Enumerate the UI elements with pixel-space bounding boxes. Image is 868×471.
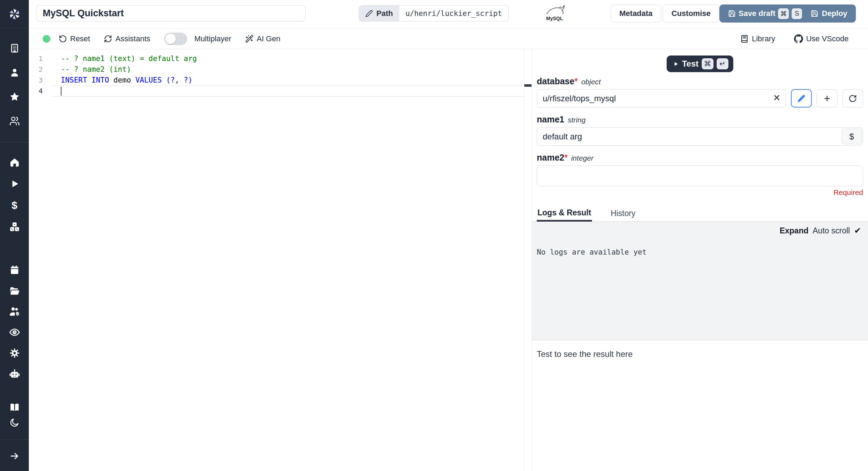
svg-text:MySQL: MySQL bbox=[546, 16, 563, 21]
topbar: Path u/henri/luckier_script MySQL Metada… bbox=[29, 0, 868, 28]
line-number: 3 bbox=[29, 75, 43, 86]
database-resource-input[interactable] bbox=[537, 89, 786, 108]
book-open-icon[interactable] bbox=[9, 401, 20, 413]
save-draft-button[interactable]: Save draft ⌘ S bbox=[719, 5, 811, 23]
building-icon[interactable] bbox=[9, 42, 20, 54]
args-form: database* object ✕ + bbox=[532, 72, 868, 197]
autoscroll-check-icon[interactable]: ✔ bbox=[854, 226, 861, 236]
sidebar-divider-bottom bbox=[0, 439, 29, 440]
play-icon[interactable] bbox=[9, 178, 20, 190]
gear-icon[interactable] bbox=[9, 347, 20, 359]
logs-area: Expand Auto scroll ✔ No logs are availab… bbox=[532, 222, 868, 340]
multiplayer-toggle-group: Multiplayer bbox=[164, 33, 231, 45]
multiplayer-label: Multiplayer bbox=[194, 34, 231, 43]
field-name: name2 bbox=[537, 153, 564, 162]
code-editor[interactable]: 1 -- ? name1 (text) = default arg 2 -- ?… bbox=[29, 49, 524, 471]
play-icon bbox=[673, 61, 679, 67]
sql-keyword: INSERT INTO bbox=[61, 76, 109, 84]
test-button[interactable]: Test ⌘ ↵ bbox=[667, 55, 733, 72]
reset-button[interactable]: Reset bbox=[59, 34, 90, 43]
field-type: integer bbox=[571, 154, 593, 162]
ai-gen-button[interactable]: AI Gen bbox=[245, 34, 280, 43]
sidebar-group-manage bbox=[9, 233, 20, 380]
metadata-button[interactable]: Metadata bbox=[611, 5, 661, 23]
save-icon bbox=[728, 10, 736, 17]
save-icon bbox=[811, 10, 818, 17]
add-resource-button[interactable]: + bbox=[817, 89, 837, 108]
run-header: Test ⌘ ↵ bbox=[532, 49, 868, 72]
line-number: 2 bbox=[29, 64, 43, 75]
name2-input-group bbox=[537, 165, 863, 186]
windmill-logo[interactable] bbox=[0, 0, 29, 28]
field-name: name1 bbox=[537, 114, 564, 124]
rotate-cw-icon bbox=[849, 94, 857, 103]
logs-empty-message: No logs are available yet bbox=[537, 248, 861, 256]
refresh-cw-icon bbox=[104, 35, 112, 43]
mysql-logo-icon: MySQL bbox=[542, 2, 566, 24]
toolbar-right: Library Use VScode bbox=[740, 34, 868, 43]
assistants-button[interactable]: Assistants bbox=[104, 34, 150, 43]
users-gear-icon[interactable] bbox=[9, 306, 20, 317]
eye-icon[interactable] bbox=[9, 326, 20, 338]
users-icon[interactable] bbox=[9, 115, 20, 127]
sidebar-group-main: $ bbox=[9, 143, 20, 233]
script-title-input[interactable] bbox=[36, 5, 306, 22]
sql-comment: -- ? name1 (text) = default arg bbox=[61, 54, 197, 63]
cubes-icon[interactable] bbox=[9, 221, 20, 233]
pencil-icon bbox=[797, 94, 806, 103]
folder-open-icon[interactable] bbox=[9, 285, 20, 297]
line-number: 1 bbox=[29, 53, 43, 64]
panel-splitter[interactable] bbox=[524, 49, 532, 471]
user-icon[interactable] bbox=[9, 67, 20, 78]
windmill-logo-icon bbox=[7, 7, 22, 22]
kbd-s: S bbox=[792, 8, 802, 19]
sql-keyword: VALUES bbox=[135, 76, 162, 84]
sidebar-bottom bbox=[0, 401, 29, 471]
code-line: 2 -- ? name2 (int) bbox=[29, 64, 524, 75]
refresh-resource-button[interactable] bbox=[842, 89, 863, 108]
path-label: Path bbox=[376, 9, 393, 18]
book-icon bbox=[740, 35, 749, 43]
star-icon[interactable] bbox=[9, 91, 20, 103]
clear-icon[interactable]: ✕ bbox=[773, 93, 781, 102]
code-line: 3 INSERT INTO demo VALUES (?, ?) bbox=[29, 75, 524, 86]
status-dot bbox=[43, 35, 50, 43]
wand-sparkles-icon bbox=[245, 35, 253, 43]
field-type: string bbox=[568, 116, 585, 124]
result-tabs: Logs & Result History bbox=[532, 206, 868, 222]
customise-button[interactable]: Customise bbox=[663, 5, 719, 23]
name2-input[interactable] bbox=[537, 165, 863, 186]
home-icon[interactable] bbox=[9, 156, 20, 168]
script-path-value[interactable]: u/henri/luckier_script bbox=[399, 6, 508, 21]
code-line: 1 -- ? name1 (text) = default arg bbox=[29, 53, 524, 64]
editor-cursor bbox=[61, 87, 61, 96]
calendar-icon[interactable] bbox=[9, 264, 20, 276]
scroll-overview-marker bbox=[524, 84, 532, 87]
library-button[interactable]: Library bbox=[740, 34, 775, 43]
name1-input[interactable] bbox=[537, 127, 863, 146]
moon-icon[interactable] bbox=[9, 417, 20, 428]
arrow-right-icon[interactable] bbox=[9, 450, 20, 462]
tab-history[interactable]: History bbox=[610, 206, 636, 221]
expand-logs-button[interactable]: Expand bbox=[779, 226, 808, 236]
dollar-icon[interactable]: $ bbox=[9, 199, 20, 211]
kbd-enter: ↵ bbox=[717, 58, 728, 69]
field-label-name1: name1 string bbox=[537, 114, 863, 125]
required-asterisk: * bbox=[564, 153, 568, 162]
robot-icon[interactable] bbox=[9, 368, 20, 380]
sidebar-group-workspace bbox=[9, 28, 20, 142]
edit-resource-button[interactable] bbox=[791, 89, 812, 108]
plus-icon: + bbox=[824, 93, 831, 104]
dollar-template-button[interactable]: $ bbox=[842, 129, 862, 144]
pencil-icon bbox=[365, 10, 373, 17]
edit-path-button[interactable]: Path bbox=[359, 6, 399, 21]
deploy-button[interactable]: Deploy bbox=[802, 5, 856, 23]
database-input-row: ✕ + bbox=[537, 89, 863, 108]
required-error: Required bbox=[537, 188, 863, 197]
multiplayer-toggle[interactable] bbox=[164, 33, 187, 45]
use-vscode-button[interactable]: Use VScode bbox=[794, 34, 849, 43]
logs-controls: Expand Auto scroll ✔ bbox=[537, 226, 861, 236]
tab-logs-result[interactable]: Logs & Result bbox=[537, 206, 592, 222]
required-asterisk: * bbox=[574, 76, 578, 86]
rotate-ccw-icon bbox=[59, 35, 67, 43]
